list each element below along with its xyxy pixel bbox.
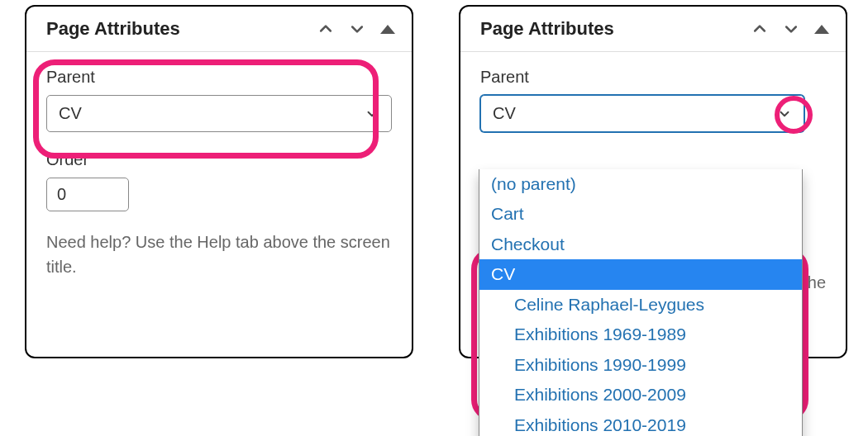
dropdown-option[interactable]: Celine Raphael-Leygues (479, 290, 802, 320)
move-down-icon[interactable] (349, 21, 365, 37)
parent-select[interactable]: CV (480, 95, 804, 132)
panel-body: Parent CV Order Need help? Use the Help … (26, 52, 412, 296)
collapse-toggle-icon[interactable] (380, 25, 395, 34)
dropdown-option[interactable]: Exhibitions 1990-1999 (479, 350, 802, 380)
parent-label: Parent (480, 68, 826, 87)
panel-header-controls (751, 21, 829, 37)
help-text: Need help? Use the Help tab above the sc… (46, 230, 392, 279)
chevron-down-icon (777, 107, 792, 121)
panel-header: Page Attributes (26, 7, 412, 52)
panel-body: Parent CV e the (460, 52, 846, 149)
move-up-icon[interactable] (317, 21, 334, 37)
dropdown-option-active[interactable]: CV (479, 259, 802, 289)
parent-select[interactable]: CV (46, 95, 392, 132)
dropdown-option[interactable]: Exhibitions 2010-2019 (479, 410, 802, 437)
parent-label: Parent (46, 68, 392, 87)
parent-select-value: CV (59, 104, 82, 123)
collapse-toggle-icon[interactable] (814, 25, 829, 34)
move-down-icon[interactable] (783, 21, 799, 37)
dropdown-option[interactable]: Checkout (479, 230, 802, 259)
dropdown-option[interactable]: Cart (479, 199, 802, 229)
chevron-down-icon (365, 107, 379, 121)
order-label: Order (46, 150, 392, 169)
panel-title: Page Attributes (480, 18, 614, 40)
dropdown-option[interactable]: Exhibitions 1969-1989 (479, 320, 802, 349)
page-attributes-panel-closed: Page Attributes Parent CV Order Need hel… (25, 5, 413, 358)
order-input[interactable] (46, 178, 129, 211)
panel-header-controls (317, 21, 395, 37)
parent-dropdown-list[interactable]: (no parent) Cart Checkout CV Celine Raph… (479, 169, 803, 436)
move-up-icon[interactable] (751, 21, 768, 37)
parent-select-value: CV (493, 104, 516, 123)
dropdown-option-no-parent[interactable]: (no parent) (479, 169, 802, 199)
dropdown-option[interactable]: Exhibitions 2000-2009 (479, 380, 802, 410)
panel-title: Page Attributes (46, 18, 180, 40)
panel-header: Page Attributes (460, 7, 846, 52)
